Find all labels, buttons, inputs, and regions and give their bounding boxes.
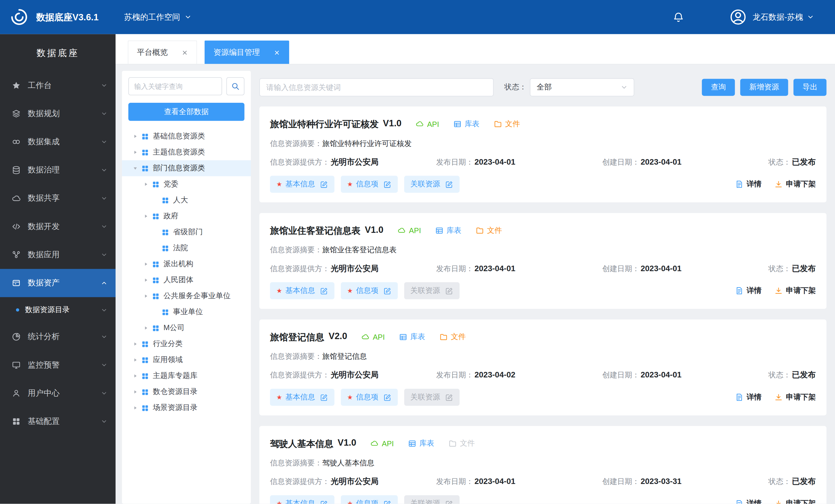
tag-api[interactable]: API [370, 439, 394, 448]
sidebar-item-data-integration[interactable]: 数据集成 [0, 128, 116, 156]
tree-node[interactable]: 党委 [122, 176, 251, 192]
tree-node[interactable]: 行业分类 [122, 336, 251, 352]
caret-right-icon[interactable] [143, 181, 148, 187]
sidebar-item-data-application[interactable]: 数据应用 [0, 241, 116, 269]
tree-node[interactable]: 派出机构 [122, 256, 251, 272]
category-icon [152, 292, 160, 300]
tree-node[interactable]: 公共服务企事业单位 [122, 288, 251, 304]
tree-node[interactable]: 主题库专题库 [122, 368, 251, 384]
tab-platform-overview[interactable]: 平台概览 [128, 40, 197, 64]
tree-node[interactable]: M公司 [122, 320, 251, 336]
info-item-button[interactable]: ★信息项 [341, 389, 398, 406]
user-avatar-icon[interactable] [729, 8, 747, 26]
caret-right-icon[interactable] [143, 325, 148, 331]
arrow-down-to-line-icon [774, 499, 783, 504]
info-item-button[interactable]: ★信息项 [341, 176, 398, 193]
tree-node[interactable]: 事业单位 [122, 304, 251, 320]
tag-api[interactable]: API [397, 226, 421, 235]
caret-right-icon[interactable] [143, 262, 148, 267]
basic-info-button[interactable]: ★基本信息 [270, 495, 334, 504]
category-icon [141, 388, 149, 396]
related-resource-button[interactable]: 关联资源 [404, 176, 459, 193]
tree-node-selected[interactable]: 部门信息资源类 [122, 160, 251, 176]
basic-info-button[interactable]: ★基本信息 [270, 389, 334, 406]
tag-table[interactable]: 库表 [399, 332, 425, 342]
tree-node[interactable]: 场景资源目录 [122, 400, 251, 416]
tag-file[interactable]: 文件 [475, 226, 502, 236]
tree-node[interactable]: 应用领域 [122, 352, 251, 368]
caret-right-icon[interactable] [133, 341, 138, 347]
add-resource-button[interactable]: 新增资源 [740, 79, 788, 96]
tab-resource-catalog-management[interactable]: 资源编目管理 [204, 40, 289, 64]
sidebar-item-data-development[interactable]: 数据开发 [0, 213, 116, 241]
status-field: 状态：已发布 [769, 477, 816, 487]
sidebar: 数据底座 工作台 数据规划 数据集成 数据治理 数据共享 数据开发 数据应用 数… [0, 34, 116, 504]
tree-node[interactable]: 法院 [122, 240, 251, 256]
tree-node[interactable]: 数仓资源目录 [122, 384, 251, 400]
workspace-switcher[interactable]: 苏槐的工作空间 [124, 12, 191, 22]
info-item-button[interactable]: ★信息项 [341, 495, 398, 504]
close-icon[interactable] [181, 49, 188, 56]
request-offline-link[interactable]: 申请下架 [774, 392, 816, 402]
user-menu[interactable]: 龙石数据-苏槐 [753, 12, 803, 22]
tag-api[interactable]: API [415, 120, 439, 128]
caret-right-icon[interactable] [133, 357, 138, 363]
caret-right-icon[interactable] [133, 134, 138, 139]
detail-link[interactable]: 详情 [735, 499, 761, 504]
tag-table[interactable]: 库表 [453, 119, 480, 129]
detail-link[interactable]: 详情 [735, 286, 761, 296]
caret-right-icon[interactable] [133, 374, 138, 379]
topbar: 数据底座V3.6.1 苏槐的工作空间 龙石数据-苏槐 [0, 0, 835, 34]
tree-node[interactable]: 政府 [122, 208, 251, 224]
sidebar-item-basic-config[interactable]: 基础配置 [0, 407, 116, 436]
sidebar-item-data-governance[interactable]: 数据治理 [0, 156, 116, 184]
tree-node[interactable]: 主题信息资源类 [122, 144, 251, 160]
sidebar-item-data-resource-catalog[interactable]: 数据资源目录 [0, 297, 116, 323]
view-all-data-button[interactable]: 查看全部数据 [128, 103, 244, 121]
tree-node[interactable]: 基础信息资源类 [122, 128, 251, 144]
caret-right-icon[interactable] [133, 405, 138, 410]
caret-right-icon[interactable] [133, 389, 138, 395]
request-offline-link[interactable]: 申请下架 [774, 499, 816, 504]
pie-chart-icon [12, 332, 21, 341]
tag-table[interactable]: 库表 [435, 226, 462, 236]
detail-link[interactable]: 详情 [735, 392, 761, 402]
sidebar-item-data-planning[interactable]: 数据规划 [0, 100, 116, 128]
export-button[interactable]: 导出 [793, 79, 827, 96]
sidebar-item-user-center[interactable]: 用户中心 [0, 379, 116, 407]
tag-table[interactable]: 库表 [408, 439, 434, 448]
status-select[interactable]: 全部 [530, 78, 634, 96]
detail-link[interactable]: 详情 [735, 179, 761, 189]
sidebar-item-statistics[interactable]: 统计分析 [0, 323, 116, 351]
tree-node[interactable]: 省级部门 [122, 224, 251, 240]
chevron-down-icon[interactable] [808, 14, 814, 20]
caret-right-icon[interactable] [143, 294, 148, 299]
tree-search-input[interactable] [128, 77, 222, 95]
resource-search-input[interactable] [259, 78, 493, 96]
sidebar-item-workbench[interactable]: 工作台 [0, 72, 116, 100]
code-icon [12, 222, 21, 231]
tree-node[interactable]: 人民团体 [122, 272, 251, 288]
tree-node[interactable]: 人大 [122, 192, 251, 208]
query-button[interactable]: 查询 [702, 79, 735, 96]
request-offline-link[interactable]: 申请下架 [774, 286, 816, 296]
caret-right-icon[interactable] [143, 278, 148, 283]
caret-right-icon[interactable] [143, 214, 148, 219]
app-logo-icon [9, 7, 29, 27]
tag-file[interactable]: 文件 [439, 332, 466, 342]
basic-info-button[interactable]: ★基本信息 [270, 176, 334, 193]
sidebar-item-monitoring[interactable]: 监控预警 [0, 351, 116, 379]
close-icon[interactable] [274, 49, 280, 56]
resource-card: 旅馆登记信息V2.0 API 库表 文件 信息资源摘要：旅馆登记信息 信息资源提… [259, 320, 826, 416]
tree-search-button[interactable] [226, 77, 244, 95]
tag-api[interactable]: API [361, 333, 385, 341]
request-offline-link[interactable]: 申请下架 [774, 179, 816, 189]
caret-right-icon[interactable] [133, 149, 138, 155]
sidebar-item-data-assets[interactable]: 数据资产 [0, 269, 116, 297]
basic-info-button[interactable]: ★基本信息 [270, 282, 334, 299]
notification-bell-icon[interactable] [673, 11, 684, 23]
tag-file[interactable]: 文件 [493, 119, 520, 129]
caret-down-icon[interactable] [133, 165, 138, 171]
info-item-button[interactable]: ★信息项 [341, 282, 398, 299]
sidebar-item-data-sharing[interactable]: 数据共享 [0, 184, 116, 213]
